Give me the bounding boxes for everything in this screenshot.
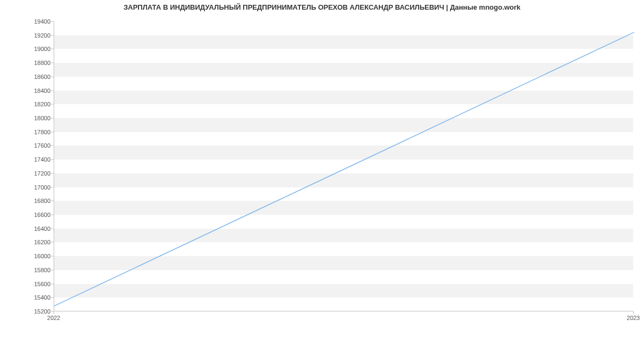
y-axis-tick-mark xyxy=(51,173,54,173)
x-axis-tick-mark xyxy=(54,311,54,314)
y-axis-tick-label: 19400 xyxy=(8,18,50,25)
y-axis-tick-mark xyxy=(51,187,54,187)
y-axis-tick-label: 18600 xyxy=(8,74,50,80)
y-axis-tick-label: 16200 xyxy=(8,239,50,245)
y-axis-tick-mark xyxy=(51,118,54,119)
y-axis-tick-mark xyxy=(51,215,54,215)
x-axis-tick-mark xyxy=(633,311,634,314)
y-axis-tick-label: 18800 xyxy=(8,60,50,66)
y-axis-tick-label: 18200 xyxy=(8,101,50,107)
y-axis-tick-label: 17000 xyxy=(8,184,50,191)
y-axis-tick-label: 16000 xyxy=(8,253,50,259)
y-axis-tick-mark xyxy=(51,104,54,105)
y-axis-tick-mark xyxy=(51,49,54,49)
y-axis-tick-mark xyxy=(51,159,54,160)
y-axis-tick-mark xyxy=(51,76,54,77)
y-axis-tick-label: 18000 xyxy=(8,115,50,121)
y-axis-tick-mark xyxy=(51,63,54,63)
y-axis-tick-label: 15600 xyxy=(8,281,50,287)
y-axis-tick-mark xyxy=(51,132,54,132)
y-axis-tick-label: 17600 xyxy=(8,142,50,149)
y-axis-tick-mark xyxy=(51,90,54,91)
y-axis-tick-label: 15800 xyxy=(8,267,50,273)
y-axis-tick-mark xyxy=(51,270,54,270)
y-axis-tick-label: 18400 xyxy=(8,88,50,94)
y-axis-tick-label: 16800 xyxy=(8,198,50,204)
y-axis-tick-mark xyxy=(51,35,54,35)
y-axis-tick-mark xyxy=(51,242,54,243)
y-axis-tick-label: 19000 xyxy=(8,46,50,52)
plot-area xyxy=(54,21,633,311)
y-axis-tick-mark xyxy=(51,201,54,201)
x-axis-tick-label: 2022 xyxy=(47,315,60,321)
y-axis-tick-label: 19200 xyxy=(8,32,50,39)
y-axis-tick-mark xyxy=(51,283,54,284)
y-axis-tick-mark xyxy=(51,21,54,22)
chart-container: ЗАРПЛАТА В ИНДИВИДУАЛЬНЫЙ ПРЕДПРИНИМАТЕЛ… xyxy=(0,0,644,333)
y-axis-tick-mark xyxy=(51,297,54,298)
y-axis-tick-label: 16600 xyxy=(8,212,50,218)
y-axis-tick-mark xyxy=(51,256,54,257)
y-axis-tick-label: 17800 xyxy=(8,129,50,135)
x-axis-tick-label: 2023 xyxy=(627,315,640,321)
line-series xyxy=(54,21,633,311)
y-axis-tick-label: 15200 xyxy=(8,308,50,315)
y-axis-tick-label: 17200 xyxy=(8,170,50,177)
y-axis-tick-mark xyxy=(51,146,54,146)
chart-title: ЗАРПЛАТА В ИНДИВИДУАЛЬНЫЙ ПРЕДПРИНИМАТЕЛ… xyxy=(0,3,644,11)
y-axis-tick-mark xyxy=(51,228,54,229)
y-axis-tick-label: 17400 xyxy=(8,156,50,163)
y-axis-tick-label: 15400 xyxy=(8,294,50,301)
y-axis-tick-label: 16400 xyxy=(8,226,50,232)
